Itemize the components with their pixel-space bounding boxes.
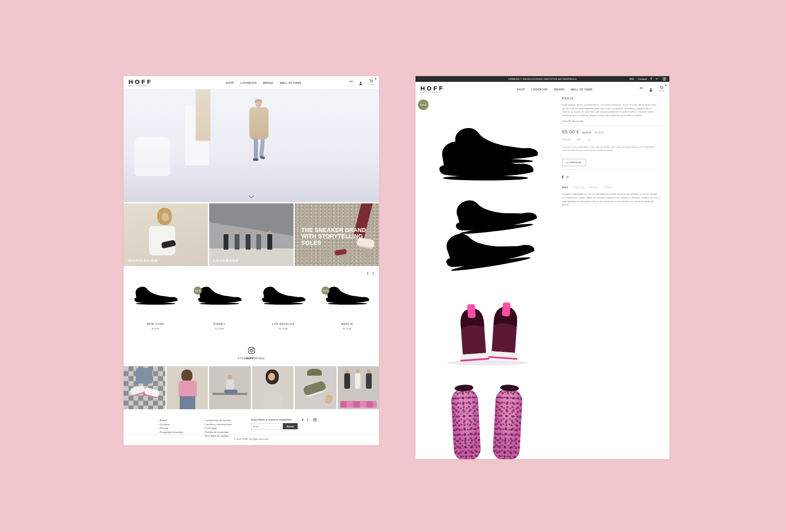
instagram-section-header: #THEHOFFBRAND [124,347,379,360]
language-selector[interactable]: ES [640,87,643,89]
carousel-row: NEW YORK MOVE SALE SIDNEY GLOVE LOS ANGE… [124,279,379,341]
nav-wall-of-fame[interactable]: WALL OF FAME [280,81,302,84]
nav-lookbook[interactable]: LOOKBOOK [240,81,257,84]
facebook-icon[interactable]: f [302,418,303,422]
cart-label: Carrito [368,83,374,85]
size-value: 36 [577,138,580,141]
instagram-photo[interactable] [124,366,165,409]
language-selector[interactable]: ES [350,80,353,83]
nav-lookbook[interactable]: LOOKBOOK [531,88,548,91]
instagram-photo[interactable] [209,366,251,409]
product-model: MOVE [124,327,187,330]
cart-count-badge: 0 [665,84,666,86]
nav-brand[interactable]: BRAND [263,81,273,84]
instagram-icon[interactable] [313,418,316,422]
nav-shop[interactable]: SHOP [226,81,234,84]
main-nav: SHOP LOOKBOOK BRAND WALL OF FAME [517,88,592,91]
tab-envio[interactable]: ENVÍO [590,186,599,189]
rsc-link[interactable]: RSC [630,78,635,80]
carousel-next-icon[interactable]: › [372,270,374,276]
instagram-photo[interactable] [338,366,379,409]
twitter-share-icon[interactable] [567,174,570,181]
product-card-berlin[interactable]: SALE BERLIN GLOVE [315,279,379,341]
home-footer: Brand Contacto Prensa Preguntas frecuent… [124,416,379,445]
cart-count-badge: 0 [375,77,376,80]
tile-inspiracion[interactable]: INSPIRACIÓN [124,203,208,266]
footer-link[interactable]: Preguntas frecuentes [158,431,183,433]
tab-mas[interactable]: MÁS [562,186,568,189]
instagram-photo[interactable] [295,366,337,409]
cart-icon [369,79,373,83]
product-card-los-angeles[interactable]: LOS ANGELES GLOVE [251,279,315,341]
product-model: GLOVE [251,327,315,330]
facebook-icon[interactable]: f [650,77,652,81]
pdp-header: HOFF HALLOFFAME SHOP LOOKBOOK BRAND WALL… [416,82,669,97]
product-carousel: ‹ › NEW YORK MOVE SALE SIDNEY GLOVE LOS … [124,267,379,341]
feature-tiles: INSPIRACIÓN LOOKBOOK THE SNEAKER BRAND W… [124,203,379,266]
footer-links-column-1: Brand Contacto Prensa Preguntas frecuent… [158,419,183,435]
product-model: GLOVE [187,327,251,330]
main-nav: SHOP LOOKBOOK BRAND WALL OF FAME [226,81,301,84]
twitter-icon[interactable] [307,418,310,422]
footer-link[interactable]: Brand [158,419,183,422]
buy-button[interactable]: COMPRAR [562,159,586,166]
instagram-photo[interactable] [252,366,294,409]
footer-link[interactable]: Aviso legal [203,427,232,429]
product-photo-heel-view[interactable] [436,302,539,367]
sneaker-image [132,285,179,305]
product-name: LOS ANGELES [251,322,315,325]
product-card-new-york[interactable]: NEW YORK MOVE [124,279,187,341]
product-details-text: Sneaker elaborada en piel combinada con … [562,192,660,206]
brand-logo-text: HOFF [129,79,178,85]
footer-link[interactable]: Prensa [158,427,183,429]
brand-logo[interactable]: HOFF HALLOFFAME [129,79,178,87]
user-icon[interactable] [359,79,362,87]
scroll-down-chevron[interactable] [248,193,254,200]
home-page: HOFF HALLOFFAME SHOP LOOKBOOK BRAND WALL… [124,76,379,445]
tile-lookbook-label: LOOKBOOK [213,259,239,263]
instagram-icon[interactable] [663,77,666,81]
sneaker-heels-image [436,302,539,367]
newsletter-email-input[interactable] [251,423,283,429]
brand-logo[interactable]: HOFF HALLOFFAME [420,85,470,93]
footer-link[interactable]: Cambios y devoluciones [203,423,232,426]
tile-brand-claim[interactable]: THE SNEAKER BRAND WITH STORYTELLING SOLE… [295,203,379,266]
twitter-icon[interactable] [655,77,659,81]
instagram-photo[interactable] [167,366,208,409]
footer-link[interactable]: Condiciones de compra [203,419,232,422]
nav-brand[interactable]: BRAND [554,88,565,91]
tab-tallas[interactable]: TALLAS [574,186,584,189]
tab-video[interactable]: VÍDEO [603,186,612,189]
facebook-share-icon[interactable]: f [562,175,563,179]
carousel-prev-icon[interactable]: ‹ [367,270,369,276]
cart-button[interactable]: 0 Carrito [368,79,374,85]
newsletter-submit-button[interactable]: Enviar [283,423,298,429]
product-name: BERLIN [315,322,379,325]
contacto-link[interactable]: Contacto [638,78,647,80]
instagram-hashtag[interactable]: #THEHOFFBRAND [124,357,379,360]
sneaker-image [323,285,371,305]
product-name: NEW YORK [124,322,187,325]
hero-media[interactable] [124,89,379,202]
product-photo-soles-view[interactable] [447,388,529,459]
newsletter-label: Suscríbete a nuestro newsletter [251,418,298,421]
chevron-down-icon [587,139,591,141]
instagram-icon[interactable] [248,347,255,356]
footer-link[interactable]: Política de privacidad [203,431,232,433]
product-photo-angled-pair[interactable] [439,194,538,278]
product-photo-side-view[interactable] [434,124,540,184]
discount-amount: -30.00 € [594,131,604,134]
size-select[interactable]: 36 [577,138,591,141]
nav-shop[interactable]: SHOP [517,88,525,91]
product-card-sidney[interactable]: SALE SIDNEY GLOVE [187,279,251,341]
newsletter-signup: Suscríbete a nuestro newsletter Enviar [251,418,298,429]
nav-wall-of-fame[interactable]: WALL OF FAME [571,88,593,91]
size-label: TALLA [562,138,571,141]
header-icons: ES 0 Carrito [350,79,374,87]
product-model: GLOVE [315,327,379,330]
footer-link[interactable]: Contacto [158,423,183,426]
detail-tabs: MÁS TALLAS ENVÍO VÍDEO [562,186,660,189]
user-icon[interactable] [649,86,653,93]
tile-lookbook[interactable]: LOOKBOOK [209,203,294,266]
cart-button[interactable]: 0 Carrito [659,86,664,92]
